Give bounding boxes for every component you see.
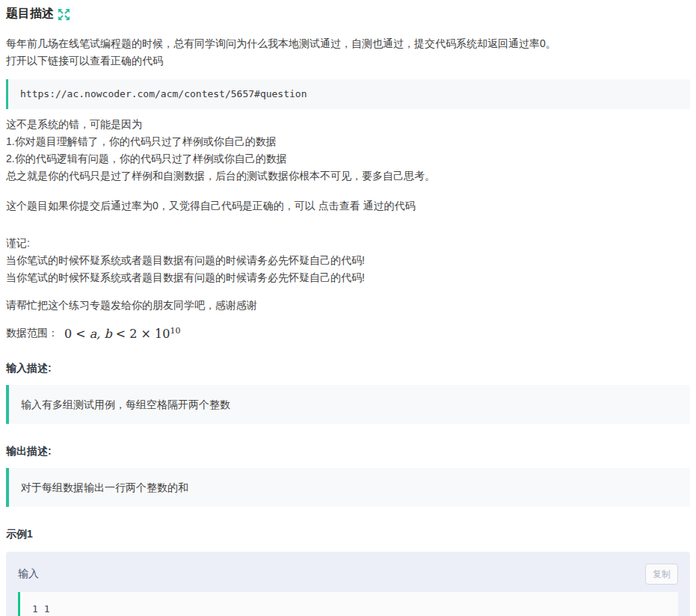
reminder-line: 当你笔试的时候怀疑系统或者题目数据有问题的时候请务必先怀疑自己的代码! (6, 252, 690, 269)
copy-button[interactable]: 复制 (645, 564, 678, 585)
output-description-block: 对于每组数据输出一行两个整数的和 (6, 468, 690, 507)
example-input-code-block: 1 1 (18, 592, 678, 616)
output-description-text: 对于每组数据输出一行两个整数的和 (21, 481, 188, 493)
formula-lhs: 0 < (64, 327, 90, 341)
formula-mid: < 2 × 10 (112, 327, 170, 341)
data-range-row: 数据范围： 0 < a, b < 2 × 1010 (6, 326, 690, 341)
contest-url-text: https://ac.nowcoder.com/acm/contest/5657… (20, 88, 307, 99)
hint-paragraph: 这个题目如果你提交后通过率为0，又觉得自己代码是正确的，可以 点击查看 通过的代… (6, 197, 690, 215)
share-paragraph: 请帮忙把这个练习专题发给你的朋友同学吧，感谢感谢 (6, 297, 690, 314)
input-description-text: 输入有多组测试用例，每组空格隔开两个整数 (21, 398, 230, 410)
reminder-title: 谨记: (6, 235, 690, 252)
explanation-line: 这不是系统的错，可能是因为 (6, 116, 690, 133)
intro-paragraph: 每年前几场在线笔试编程题的时候，总有同学询问为什么我本地测试通过，自测也通过，提… (6, 35, 690, 70)
example-input-header: 输入 复制 (18, 562, 678, 585)
data-range-label: 数据范围： (6, 327, 58, 340)
example-panel: 输入 复制 1 1 (6, 552, 690, 616)
page-title: 题目描述 (6, 6, 54, 22)
input-description-heading: 输入描述: (6, 362, 690, 375)
formula-variables: a, b (90, 327, 112, 341)
expand-arrows-icon[interactable] (58, 9, 70, 20)
data-range-formula: 0 < a, b < 2 × 1010 (64, 326, 180, 341)
hint-line: 这个题目如果你提交后通过率为0，又觉得自己代码是正确的，可以 点击查看 通过的代… (6, 197, 690, 215)
explanation-line: 2.你的代码逻辑有问题，你的代码只过了样例或你自己的数据 (6, 150, 690, 167)
example-input-value: 1 1 (32, 603, 49, 615)
output-description-heading: 输出描述: (6, 445, 690, 458)
share-line: 请帮忙把这个练习专题发给你的朋友同学吧，感谢感谢 (6, 297, 690, 314)
explanation-line: 1.你对题目理解错了，你的代码只过了样例或你自己的数据 (6, 133, 690, 150)
contest-url-code-block: https://ac.nowcoder.com/acm/contest/5657… (6, 79, 690, 109)
input-description-block: 输入有多组测试用例，每组空格隔开两个整数 (6, 385, 690, 424)
intro-line-1: 每年前几场在线笔试编程题的时候，总有同学询问为什么我本地测试通过，自测也通过，提… (6, 35, 690, 52)
reminder-line: 当你笔试的时候怀疑系统或者题目数据有问题的时候请务必先怀疑自己的代码! (6, 269, 690, 286)
formula-exponent: 10 (170, 326, 180, 336)
page-title-row: 题目描述 (6, 6, 690, 22)
explanation-line: 总之就是你的代码只是过了样例和自测数据，后台的测试数据你根本不可见，要多自己思考… (6, 167, 690, 185)
problem-description-page: 题目描述 每年前几场在线笔试编程题的时候，总有同学询问为什么我本地测试通过，自测… (0, 0, 696, 616)
example-heading: 示例1 (6, 528, 690, 541)
intro-line-2: 打开以下链接可以查看正确的代码 (6, 52, 690, 70)
example-input-label: 输入 (18, 567, 39, 581)
explanation-paragraph: 这不是系统的错，可能是因为 1.你对题目理解错了，你的代码只过了样例或你自己的数… (6, 116, 690, 185)
reminder-paragraph: 谨记: 当你笔试的时候怀疑系统或者题目数据有问题的时候请务必先怀疑自己的代码! … (6, 235, 690, 286)
